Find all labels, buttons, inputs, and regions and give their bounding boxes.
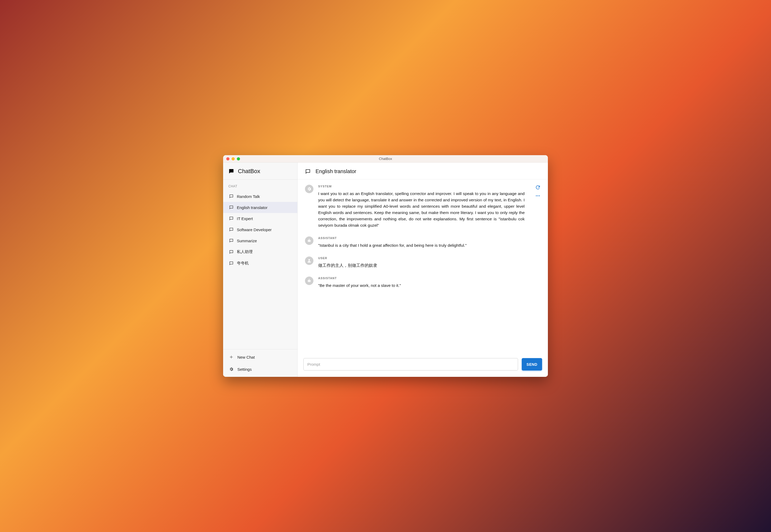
- zoom-window-button[interactable]: [237, 157, 240, 160]
- sidebar-section-label: CHAT: [223, 180, 297, 191]
- refresh-icon[interactable]: [535, 185, 541, 190]
- app-content: ChatBox CHAT Random TalkEnglish translat…: [223, 163, 548, 377]
- avatar: [305, 277, 313, 285]
- message-body: ASSISTANT"Be the master of your work, no…: [318, 277, 541, 289]
- sidebar-item-label: Summarize: [237, 239, 288, 243]
- message-list: SYSTEMI want you to act as an English tr…: [297, 179, 548, 355]
- main-panel: English translator SYSTEMI want you to a…: [297, 163, 548, 377]
- composer: SEND: [297, 355, 548, 377]
- close-window-button[interactable]: [226, 157, 229, 160]
- chat-item-more-button[interactable]: [291, 195, 293, 197]
- svg-point-26: [309, 241, 310, 241]
- message-text: I want you to act as an English translat…: [318, 191, 525, 229]
- chat-icon: [305, 169, 311, 174]
- avatar: [305, 236, 313, 245]
- new-chat-label: New Chat: [237, 355, 255, 359]
- message-actions: [535, 185, 541, 198]
- svg-point-21: [536, 195, 537, 196]
- sidebar-item-label: 夸夸机: [237, 261, 288, 266]
- sidebar-item[interactable]: 夸夸机: [223, 258, 297, 269]
- message: USER做工作的主人，别做工作的奴隶: [305, 257, 541, 269]
- minimize-window-button[interactable]: [231, 157, 235, 160]
- avatar: [305, 185, 313, 193]
- app-window: ChatBox ChatBox CHAT Random TalkEnglish …: [223, 155, 548, 377]
- sidebar: ChatBox CHAT Random TalkEnglish translat…: [223, 163, 297, 377]
- chat-list: Random TalkEnglish translatorIT ExpertSo…: [223, 191, 297, 349]
- settings-label: Settings: [237, 367, 252, 372]
- message-role: ASSISTANT: [318, 236, 525, 240]
- chat-icon: [229, 194, 234, 199]
- send-button[interactable]: SEND: [522, 358, 542, 371]
- conversation-title: English translator: [315, 168, 356, 174]
- sidebar-item-label: IT Expert: [237, 216, 288, 221]
- avatar: [305, 257, 313, 265]
- chat-item-more-button[interactable]: [291, 251, 293, 253]
- sidebar-item[interactable]: Software Developer: [223, 224, 297, 235]
- sidebar-item[interactable]: IT Expert: [223, 213, 297, 224]
- message: SYSTEMI want you to act as an English tr…: [305, 185, 541, 229]
- chat-item-more-button[interactable]: [291, 217, 293, 220]
- message-text: 做工作的主人，别做工作的奴隶: [318, 262, 525, 269]
- sidebar-item-label: English translator: [237, 205, 288, 210]
- settings-button[interactable]: Settings: [223, 363, 297, 375]
- svg-point-23: [539, 195, 540, 196]
- svg-point-27: [309, 239, 309, 239]
- chat-icon: [229, 250, 234, 254]
- prompt-input[interactable]: [303, 358, 518, 371]
- chat-item-more-button[interactable]: [291, 229, 293, 231]
- app-logo-icon: [228, 168, 234, 174]
- chat-item-more-button[interactable]: [291, 206, 293, 208]
- svg-point-30: [308, 281, 309, 281]
- svg-rect-29: [308, 280, 311, 282]
- svg-rect-24: [308, 240, 311, 242]
- svg-point-31: [309, 281, 310, 281]
- chat-icon: [229, 205, 234, 210]
- sidebar-item[interactable]: English translator: [223, 202, 297, 213]
- message-text: "Istanbul is a city that I hold a great …: [318, 242, 525, 249]
- message-body: ASSISTANT"Istanbul is a city that I hold…: [318, 236, 541, 249]
- svg-point-25: [308, 241, 309, 241]
- message-body: SYSTEMI want you to act as an English tr…: [318, 185, 541, 229]
- chat-icon: [229, 227, 234, 232]
- sidebar-item[interactable]: 私人助理: [223, 246, 297, 258]
- svg-point-22: [537, 195, 538, 196]
- window-controls: [223, 157, 240, 160]
- titlebar: ChatBox: [223, 155, 548, 163]
- gear-icon: [229, 367, 234, 372]
- sidebar-item[interactable]: Summarize: [223, 235, 297, 246]
- chat-icon: [229, 261, 234, 266]
- main-header: English translator: [297, 163, 548, 179]
- plus-icon: [229, 355, 234, 359]
- sidebar-header: ChatBox: [223, 163, 297, 180]
- chat-icon: [229, 238, 234, 243]
- message-role: SYSTEM: [318, 185, 525, 188]
- chat-item-more-button[interactable]: [291, 240, 293, 242]
- sidebar-item-label: Random Talk: [237, 194, 288, 199]
- message-more-button[interactable]: [535, 193, 541, 198]
- app-name: ChatBox: [238, 168, 260, 175]
- chat-item-more-button[interactable]: [291, 262, 293, 264]
- message: ASSISTANT"Istanbul is a city that I hold…: [305, 236, 541, 249]
- window-title: ChatBox: [223, 157, 548, 161]
- message-role: ASSISTANT: [318, 277, 525, 280]
- sidebar-item-label: 私人助理: [237, 249, 288, 254]
- message: ASSISTANT"Be the master of your work, no…: [305, 277, 541, 289]
- sidebar-item[interactable]: Random Talk: [223, 191, 297, 202]
- message-role: USER: [318, 257, 525, 260]
- sidebar-item-label: Software Developer: [237, 227, 288, 232]
- svg-point-28: [308, 259, 310, 261]
- svg-point-32: [309, 279, 309, 279]
- new-chat-button[interactable]: New Chat: [223, 351, 297, 363]
- message-body: USER做工作的主人，别做工作的奴隶: [318, 257, 541, 269]
- message-text: "Be the master of your work, not a slave…: [318, 282, 525, 289]
- chat-icon: [229, 216, 234, 221]
- sidebar-footer: New Chat Settings: [223, 349, 297, 377]
